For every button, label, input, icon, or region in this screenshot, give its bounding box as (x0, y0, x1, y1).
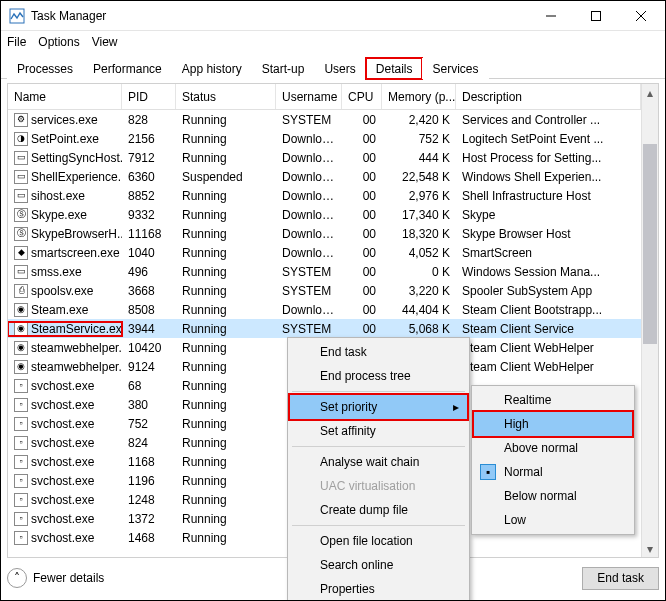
cell-pid: 752 (122, 417, 176, 431)
process-icon: ▫ (14, 417, 28, 431)
cell-name: ▫svchost.exe (8, 417, 122, 431)
tab-users[interactable]: Users (314, 58, 365, 79)
cell-name: ⓈSkypeBrowserH... (8, 227, 122, 241)
process-icon: ◉ (14, 360, 28, 374)
cell-mem: 44,404 K (382, 303, 456, 317)
menu-item-above-normal[interactable]: Above normal (474, 436, 632, 460)
chevron-up-icon: ˄ (7, 568, 27, 588)
table-row[interactable]: ◉Steam.exe8508RunningDownload...0044,404… (8, 300, 641, 319)
table-row[interactable]: ▭ShellExperience...6360SuspendedDownload… (8, 167, 641, 186)
tab-details[interactable]: Details (366, 58, 423, 79)
menu-item-below-normal[interactable]: Below normal (474, 484, 632, 508)
menu-item-create-dump-file[interactable]: Create dump file (290, 498, 467, 522)
menu-item-label: Analyse wait chain (320, 455, 419, 469)
menu-item-label: UAC virtualisation (320, 479, 415, 493)
menu-item-end-process-tree[interactable]: End process tree (290, 364, 467, 388)
col-status[interactable]: Status (176, 84, 276, 109)
cell-cpu: 00 (342, 208, 382, 222)
maximize-button[interactable] (573, 2, 618, 30)
minimize-button[interactable] (528, 2, 573, 30)
cell-status: Running (176, 265, 276, 279)
menu-item-open-file-location[interactable]: Open file location (290, 529, 467, 553)
table-row[interactable]: ⓈSkypeBrowserH...11168RunningDownload...… (8, 224, 641, 243)
tab-performance[interactable]: Performance (83, 58, 172, 79)
process-name: Steam.exe (31, 303, 88, 317)
col-user[interactable]: Username (276, 84, 342, 109)
menu-options[interactable]: Options (38, 35, 79, 49)
process-icon: ◉ (14, 341, 28, 355)
cell-user: SYSTEM (276, 322, 342, 336)
process-icon: ▫ (14, 436, 28, 450)
menu-item-low[interactable]: Low (474, 508, 632, 532)
end-task-button[interactable]: End task (582, 567, 659, 590)
process-name: svchost.exe (31, 436, 94, 450)
table-row[interactable]: ⚙services.exe828RunningSYSTEM002,420 KSe… (8, 110, 641, 129)
table-row[interactable]: ◑SetPoint.exe2156RunningDownload...00752… (8, 129, 641, 148)
menu-item-set-affinity[interactable]: Set affinity (290, 419, 467, 443)
table-row[interactable]: ▭smss.exe496RunningSYSTEM000 KWindows Se… (8, 262, 641, 281)
table-row[interactable]: ◉SteamService.exe3944RunningSYSTEM005,06… (8, 319, 641, 338)
cell-name: ▫svchost.exe (8, 379, 122, 393)
menu-item-realtime[interactable]: Realtime (474, 388, 632, 412)
menu-item-properties[interactable]: Properties (290, 577, 467, 601)
tab-apphistory[interactable]: App history (172, 58, 252, 79)
cell-pid: 1372 (122, 512, 176, 526)
process-name: steamwebhelper... (31, 360, 122, 374)
col-pid[interactable]: PID (122, 84, 176, 109)
cell-user: SYSTEM (276, 284, 342, 298)
col-mem[interactable]: Memory (p... (382, 84, 456, 109)
table-row[interactable]: ◆smartscreen.exe1040RunningDownload...00… (8, 243, 641, 262)
cell-name: ⓈSkype.exe (8, 208, 122, 222)
menu-separator (292, 525, 465, 526)
menu-item-high[interactable]: High (474, 412, 632, 436)
menu-item-label: Normal (504, 465, 543, 479)
process-name: svchost.exe (31, 379, 94, 393)
process-icon: ▫ (14, 512, 28, 526)
cell-desc: Spooler SubSystem App (456, 284, 641, 298)
table-row[interactable]: ⓈSkype.exe9332RunningDownload...0017,340… (8, 205, 641, 224)
menu-item-normal[interactable]: ▪Normal (474, 460, 632, 484)
cell-status: Running (176, 303, 276, 317)
tab-services[interactable]: Services (422, 58, 488, 79)
scroll-thumb[interactable] (643, 144, 657, 344)
cell-pid: 9332 (122, 208, 176, 222)
fewer-details-toggle[interactable]: ˄ Fewer details (7, 568, 104, 588)
col-name[interactable]: Name (8, 84, 122, 109)
cell-status: Running (176, 455, 276, 469)
scroll-down-button[interactable]: ▾ (642, 540, 658, 557)
menu-item-set-priority[interactable]: Set priority▸ (290, 395, 467, 419)
vertical-scrollbar[interactable]: ▴ ▾ (641, 84, 658, 557)
process-name: sihost.exe (31, 189, 85, 203)
process-name: svchost.exe (31, 455, 94, 469)
scroll-up-button[interactable]: ▴ (642, 84, 658, 101)
cell-user: Download... (276, 189, 342, 203)
menu-item-search-online[interactable]: Search online (290, 553, 467, 577)
tab-startup[interactable]: Start-up (252, 58, 315, 79)
menu-item-analyse-wait-chain[interactable]: Analyse wait chain (290, 450, 467, 474)
cell-name: ▫svchost.exe (8, 474, 122, 488)
window-title: Task Manager (31, 9, 528, 23)
table-row[interactable]: ▭SettingSyncHost...7912RunningDownload..… (8, 148, 641, 167)
col-cpu[interactable]: CPU (342, 84, 382, 109)
menu-item-end-task[interactable]: End task (290, 340, 467, 364)
cell-name: ⚙services.exe (8, 113, 122, 127)
cell-pid: 8852 (122, 189, 176, 203)
menubar: File Options View (1, 31, 665, 53)
cell-cpu: 00 (342, 170, 382, 184)
cell-cpu: 00 (342, 151, 382, 165)
table-row[interactable]: ▭sihost.exe8852RunningDownload...002,976… (8, 186, 641, 205)
menu-item-label: Properties (320, 582, 375, 596)
tab-processes[interactable]: Processes (7, 58, 83, 79)
cell-name: ▭sihost.exe (8, 189, 122, 203)
menu-view[interactable]: View (92, 35, 118, 49)
menu-file[interactable]: File (7, 35, 26, 49)
cell-pid: 8508 (122, 303, 176, 317)
table-row[interactable]: ⎙spoolsv.exe3668RunningSYSTEM003,220 KSp… (8, 281, 641, 300)
menu-item-label: Realtime (504, 393, 551, 407)
cell-status: Suspended (176, 170, 276, 184)
col-desc[interactable]: Description (456, 84, 641, 109)
cell-name: ◑SetPoint.exe (8, 132, 122, 146)
cell-status: Running (176, 284, 276, 298)
close-button[interactable] (618, 2, 663, 30)
cell-status: Running (176, 322, 276, 336)
